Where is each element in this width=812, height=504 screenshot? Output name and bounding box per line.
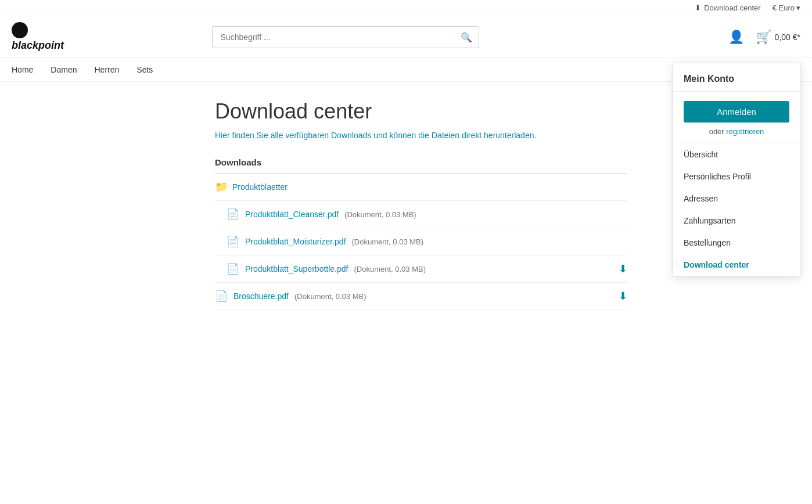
file-row: 📄 Produktblatt_Cleanser.pdf (Dokument, 0… (215, 201, 627, 228)
register-link[interactable]: registrieren (726, 127, 764, 136)
chevron-down-icon: ▾ (796, 3, 800, 12)
file-meta-superbottle: (Dokument, 0.03 MB) (354, 265, 426, 273)
search-input[interactable] (212, 26, 479, 48)
pdf-icon-3: 📄 (227, 262, 239, 275)
login-button[interactable]: Anmelden (684, 101, 789, 123)
file-link-superbottle[interactable]: Produktblatt_Superbottle.pdf (245, 264, 348, 273)
cart-button[interactable]: 🛒 0,00 €* (756, 30, 800, 45)
cart-total: 0,00 €* (775, 33, 800, 42)
pdf-icon-1: 📄 (227, 208, 239, 221)
top-bar-download-label: Download center (704, 3, 761, 12)
logo-text: blackpoint (12, 39, 64, 52)
logo[interactable]: blackpoint (12, 22, 81, 52)
download-button-broschuere[interactable]: ⬇ (619, 290, 627, 303)
downloads-heading: Downloads (215, 157, 627, 167)
folder-icon: 📁 (215, 181, 228, 193)
downloads-list: 📁 Produktblaetter 📄 Produktblatt_Cleanse… (215, 173, 627, 310)
top-bar: ⬇ Download center € Euro ▾ (0, 0, 812, 16)
dropdown-zahlungsarten[interactable]: Zahlungsarten (673, 210, 800, 232)
header-actions: 👤 🛒 0,00 €* (728, 30, 800, 45)
pdf-icon-4: 📄 (215, 290, 228, 303)
header: blackpoint 🔍 👤 🛒 0,00 €* (0, 16, 812, 58)
file-meta-moisturizer: (Dokument, 0.03 MB) (352, 237, 424, 246)
cart-icon: 🛒 (756, 30, 771, 45)
file-meta-broschuere: (Dokument, 0.03 MB) (294, 292, 367, 301)
nav-damen[interactable]: Damen (51, 65, 77, 74)
dropdown-adressen[interactable]: Adressen (673, 188, 800, 210)
page-subtitle: Hier finden Sie alle verfügbaren Downloa… (215, 131, 627, 140)
download-icon: ⬇ (695, 3, 701, 12)
nav-home[interactable]: Home (12, 65, 33, 74)
folder-name[interactable]: Produktblaetter (232, 182, 288, 192)
dropdown-title: Mein Konto (673, 63, 800, 92)
file-link-broschuere[interactable]: Broschuere.pdf (233, 291, 289, 301)
main-content: Download center Hier finden Sie alle ver… (0, 82, 639, 327)
file-link-moisturizer[interactable]: Produktblatt_Moisturizer.pdf (245, 237, 346, 246)
search-icon[interactable]: 🔍 (461, 31, 472, 42)
download-button-superbottle[interactable]: ⬇ (619, 262, 627, 275)
top-bar-currency[interactable]: € Euro ▾ (773, 3, 800, 12)
logo-circle (12, 22, 28, 38)
nav-sets[interactable]: Sets (136, 65, 153, 74)
dropdown-ubersicht[interactable]: Übersicht (673, 143, 800, 165)
file-meta-cleanser: (Dokument, 0.03 MB) (344, 210, 416, 219)
register-text: oder registrieren (673, 127, 800, 143)
folder-row: 📁 Produktblaetter (215, 174, 627, 201)
nav-herren[interactable]: Herren (95, 65, 120, 74)
file-row: 📄 Produktblatt_Superbottle.pdf (Dokument… (215, 255, 627, 283)
currency-label: € Euro (773, 3, 795, 12)
user-icon[interactable]: 👤 (728, 30, 744, 45)
or-text: oder (709, 127, 724, 136)
account-dropdown: Mein Konto Anmelden oder registrieren Üb… (673, 63, 800, 276)
pdf-icon-2: 📄 (227, 235, 239, 248)
file-row-standalone: 📄 Broschuere.pdf (Dokument, 0.03 MB) ⬇ (215, 283, 627, 310)
file-link-cleanser[interactable]: Produktblatt_Cleanser.pdf (245, 210, 339, 219)
top-bar-download-center[interactable]: ⬇ Download center (695, 3, 761, 12)
page-title: Download center (215, 99, 627, 124)
dropdown-bestellungen[interactable]: Bestellungen (673, 232, 800, 254)
dropdown-personliches-profil[interactable]: Persönliches Profil (673, 165, 800, 188)
file-row: 📄 Produktblatt_Moisturizer.pdf (Dokument… (215, 228, 627, 255)
search-bar-container: 🔍 (212, 26, 479, 48)
dropdown-download-center[interactable]: Download center (673, 254, 800, 276)
